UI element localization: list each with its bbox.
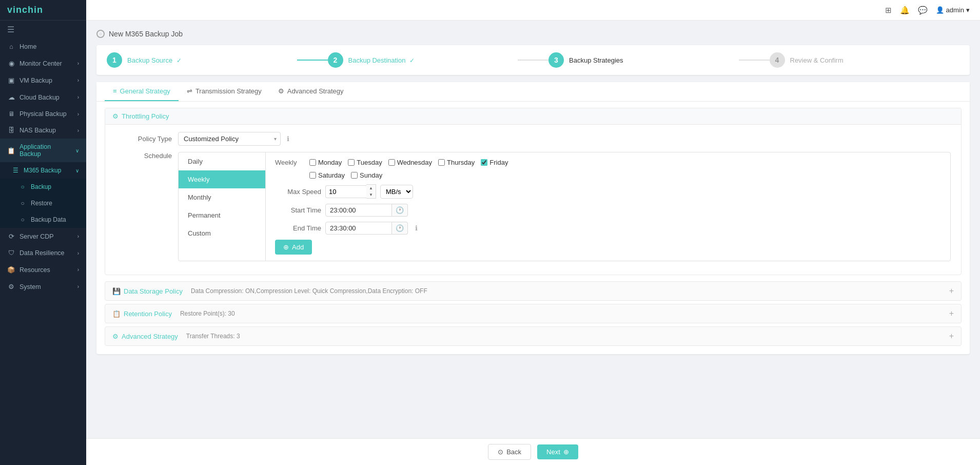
wizard-connector-3	[739, 60, 770, 61]
sidebar-item-data-resilience[interactable]: 🛡 Data Resilience ›	[0, 245, 86, 261]
data-storage-policy-row[interactable]: 💾 Data Storage Policy Data Compression: …	[105, 281, 962, 301]
throttling-policy-body: Policy Type Customized Policy No Throttl…	[105, 125, 961, 275]
sidebar-item-application-backup[interactable]: 📋 Application Backup ∨	[0, 139, 86, 162]
sidebar-item-app-backup-label: Application Backup	[19, 143, 71, 158]
advanced-strategy-row[interactable]: ⚙ Advanced Strategy Transfer Threads: 3 …	[105, 326, 962, 346]
schedule-custom[interactable]: Custom	[179, 224, 265, 242]
transmission-tab-icon: ⇌	[187, 87, 192, 95]
checkbox-saturday[interactable]: Saturday	[309, 171, 345, 179]
max-speed-input[interactable]	[325, 185, 366, 198]
sidebar-item-monitor[interactable]: ◉ Monitor Center ›	[0, 55, 86, 72]
sidebar-toggle[interactable]: ☰	[0, 21, 86, 38]
throttling-policy-panel: ⚙ Throttling Policy Policy Type Customiz…	[105, 108, 962, 275]
add-throttle-button[interactable]: ⊕ Add	[275, 240, 312, 255]
schedule-monthly[interactable]: Monthly	[179, 188, 265, 206]
sidebar-item-vm-backup[interactable]: ▣ VM Backup ›	[0, 72, 86, 89]
sidebar-item-server-cdp-label: Server CDP	[19, 233, 54, 240]
sidebar-item-resilience-label: Data Resilience	[19, 249, 65, 257]
throttling-title: Throttling Policy	[122, 112, 169, 120]
sidebar-item-monitor-label: Monitor Center	[19, 60, 62, 67]
checkbox-tuesday[interactable]: Tuesday	[348, 159, 382, 166]
end-time-info-icon[interactable]: ℹ	[415, 224, 418, 232]
retention-expand-icon: +	[949, 309, 954, 318]
tab-transmission-strategy[interactable]: ⇌ Transmission Strategy	[179, 82, 270, 101]
speed-increment[interactable]: ▲	[366, 185, 376, 191]
resources-icon: 📦	[7, 266, 15, 274]
friday-checkbox[interactable]	[481, 159, 487, 166]
restore-circle-icon: ○	[18, 200, 27, 207]
data-storage-expand-icon: +	[949, 286, 954, 296]
sidebar-item-physical-backup[interactable]: 🖥 Physical Backup ›	[0, 106, 86, 122]
sidebar-item-backup[interactable]: ○ Backup	[0, 179, 86, 195]
checkbox-sunday[interactable]: Sunday	[351, 171, 382, 179]
end-time-clock-icon[interactable]: 🕐	[392, 222, 408, 235]
physical-arrow: ›	[77, 111, 79, 117]
schedule-weekly[interactable]: Weekly	[179, 170, 265, 188]
sidebar-item-backup-data[interactable]: ○ Backup Data	[0, 211, 86, 228]
sidebar-item-home[interactable]: ⌂ Home	[0, 38, 86, 55]
thursday-checkbox[interactable]	[438, 159, 445, 166]
schedule-permanent[interactable]: Permanent	[179, 206, 265, 224]
sidebar: vinchin ☰ ⌂ Home ◉ Monitor Center › ▣ VM…	[0, 0, 86, 465]
footer: ⊙ Back Next ⊕	[86, 438, 980, 465]
tab-advanced-strategy[interactable]: ⚙ Advanced Strategy	[270, 82, 352, 101]
saturday-checkbox[interactable]	[309, 172, 316, 179]
wizard-step-2-num: 2	[328, 52, 343, 68]
m365-arrow: ∨	[75, 168, 79, 173]
next-circle-icon: ⊕	[563, 448, 569, 456]
sidebar-item-cloud-backup[interactable]: ☁ Cloud Backup ›	[0, 89, 86, 106]
end-time-input[interactable]	[325, 222, 392, 235]
add-throttle-icon: ⊕	[283, 243, 289, 251]
checkbox-monday[interactable]: Monday	[309, 159, 342, 166]
wizard-step-3-label: Backup Strategies	[569, 56, 623, 64]
back-button[interactable]: ⊙ Back	[488, 444, 531, 460]
policy-info-icon[interactable]: ℹ	[287, 135, 289, 143]
wednesday-checkbox[interactable]	[388, 159, 395, 166]
policy-type-select[interactable]: Customized Policy No Throttling	[178, 132, 281, 146]
max-speed-input-wrap: ▲ ▼	[325, 184, 376, 199]
tab-general-strategy[interactable]: ≡ General Strategy	[105, 82, 179, 101]
sidebar-item-resources[interactable]: 📦 Resources ›	[0, 261, 86, 278]
nas-icon: 🗄	[7, 127, 15, 134]
wizard-step-2[interactable]: 2 Backup Destination ✓	[328, 52, 518, 68]
sidebar-item-system[interactable]: ⚙ System ›	[0, 278, 86, 295]
system-icon: ⚙	[7, 283, 15, 290]
sunday-checkbox[interactable]	[351, 172, 358, 179]
chat-icon[interactable]: 💬	[918, 6, 928, 15]
advanced-tab-icon: ⚙	[278, 87, 284, 95]
weekly-row-2: Saturday Sunday	[275, 171, 941, 179]
app-logo: vinchin	[0, 0, 86, 21]
start-time-input[interactable]	[325, 204, 392, 217]
grid-icon[interactable]: ⊞	[885, 6, 892, 15]
schedule-daily[interactable]: Daily	[179, 152, 265, 170]
speed-decrement[interactable]: ▼	[366, 191, 376, 198]
checkbox-friday[interactable]: Friday	[481, 159, 508, 166]
bell-icon[interactable]: 🔔	[900, 6, 910, 15]
wizard-step-3[interactable]: 3 Backup Strategies	[548, 52, 739, 68]
start-time-clock-icon[interactable]: 🕐	[392, 204, 408, 217]
checkbox-thursday[interactable]: Thursday	[438, 159, 475, 166]
nas-arrow: ›	[77, 128, 79, 133]
sidebar-item-system-label: System	[19, 283, 41, 290]
checkbox-wednesday[interactable]: Wednesday	[388, 159, 432, 166]
speed-unit-select[interactable]: MB/s KB/s GB/s	[380, 185, 413, 199]
back-circle-icon: ⊙	[498, 448, 503, 456]
sidebar-item-m365[interactable]: ☰ M365 Backup ∨	[0, 162, 86, 179]
sidebar-item-backup-data-label: Backup Data	[31, 216, 66, 223]
schedule-detail: Weekly Monday Tuesday	[266, 152, 950, 261]
sidebar-item-restore[interactable]: ○ Restore	[0, 195, 86, 211]
schedule-row: Schedule Daily Weekly	[115, 152, 951, 261]
start-time-row: Start Time 🕐	[275, 204, 941, 217]
tuesday-checkbox[interactable]	[348, 159, 355, 166]
monday-checkbox[interactable]	[309, 159, 316, 166]
next-button[interactable]: Next ⊕	[537, 444, 578, 459]
retention-policy-row[interactable]: 📋 Retention Policy Restore Point(s): 30 …	[105, 304, 962, 323]
schedule-container: Daily Weekly Monthly Perma	[178, 152, 951, 261]
sidebar-item-server-cdp[interactable]: ⟳ Server CDP ›	[0, 228, 86, 245]
app-backup-arrow: ∨	[75, 148, 79, 153]
sidebar-item-nas-backup[interactable]: 🗄 NAS Backup ›	[0, 122, 86, 139]
sidebar-item-physical-label: Physical Backup	[19, 110, 67, 118]
wizard-step-1[interactable]: 1 Backup Source ✓	[107, 52, 297, 68]
wizard-step-1-num: 1	[107, 52, 122, 68]
user-menu[interactable]: 👤 admin ▾	[936, 6, 970, 14]
